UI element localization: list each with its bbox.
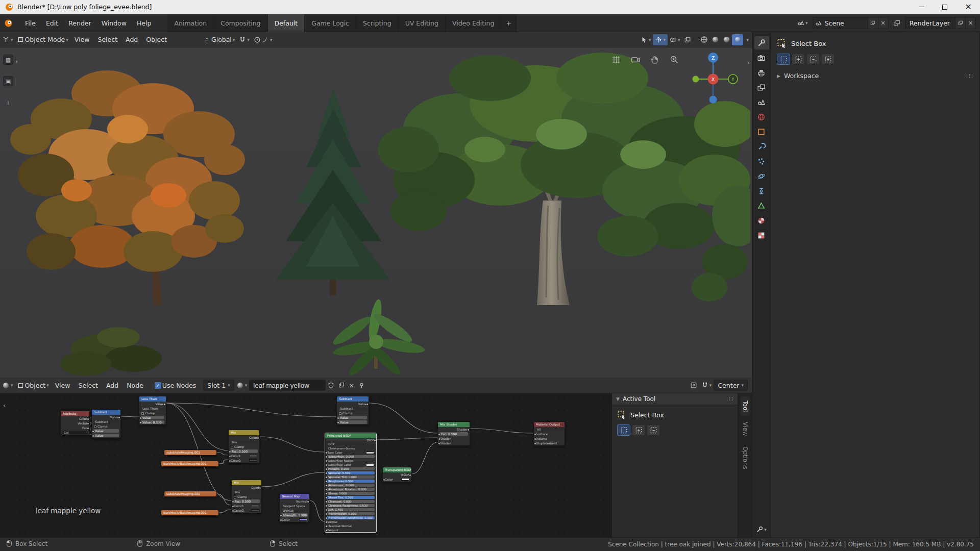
active-tool-item[interactable]: Select Box [617, 410, 732, 419]
menu-node[interactable]: Node [122, 378, 148, 393]
node-row[interactable]: Shader [438, 427, 470, 432]
navigation-gizmo[interactable]: Z X Y [690, 49, 739, 107]
node-row[interactable]: Color2 [232, 508, 261, 513]
node-transparent-bsdf[interactable]: Transparent BSDFBSDFColor [382, 467, 412, 482]
view-layer-selector[interactable]: RenderLayer × [905, 17, 976, 29]
shading-material-button[interactable] [721, 34, 732, 45]
node-row[interactable]: Base Color [325, 450, 376, 455]
menu-object[interactable]: Object [142, 32, 171, 47]
node-row[interactable]: Tangent [325, 528, 376, 532]
panel-drag-dots[interactable] [726, 397, 733, 401]
node-link[interactable] [470, 429, 533, 433]
node-row[interactable]: Shader [438, 436, 470, 441]
node-row[interactable]: Transmission: 0.000 [325, 512, 376, 516]
node-row[interactable]: Value [139, 415, 166, 420]
gizmo-z-neg-axis[interactable] [709, 96, 717, 104]
tab-default[interactable]: Default [268, 14, 305, 32]
scene-name[interactable]: Scene [824, 19, 868, 27]
node-header[interactable]: Normal Map [280, 494, 309, 499]
node-row[interactable]: Specular Tint: 0.000 [325, 475, 376, 479]
overlays-toggle[interactable]: ▾ [668, 34, 682, 45]
node-link[interactable] [166, 403, 336, 417]
node-row[interactable]: Clamp [337, 411, 369, 415]
node-header[interactable]: substrateImaging.001 [164, 491, 216, 496]
menu-render[interactable]: Render [63, 14, 96, 32]
menu-edit[interactable]: Edit [41, 14, 63, 32]
node-link[interactable] [219, 510, 231, 513]
node-header[interactable]: Subtract [92, 410, 120, 415]
workspace-panel-header[interactable]: ▶ Workspace [777, 72, 973, 80]
node-row[interactable]: Col [61, 430, 89, 435]
node-link[interactable] [412, 442, 437, 474]
snap-target-dropdown[interactable]: Center ▾ [714, 380, 748, 391]
camera-view-icon[interactable] [630, 55, 641, 65]
node-row[interactable]: Value [337, 415, 369, 420]
node-tex-substrate-1[interactable]: substrateImaging.001 [164, 449, 217, 456]
properties-tab-scene[interactable] [754, 95, 769, 109]
menu-select[interactable]: Select [74, 378, 102, 393]
node-row[interactable]: Clamp [139, 411, 166, 415]
tab-game-logic[interactable]: Game Logic [305, 14, 356, 32]
node-header[interactable]: Mix [232, 480, 261, 485]
node-row[interactable]: Value [92, 429, 120, 433]
side-tab-options[interactable]: Options [741, 442, 750, 473]
select-set-button[interactable] [617, 424, 630, 436]
node-tex-barkmossy-2[interactable]: BarkMossyBaseImaging.001 [161, 510, 219, 516]
node-canvas[interactable]: ‹ leaf mapple yellow AttributeColorVecto… [0, 393, 611, 537]
scene-copy-button[interactable] [868, 17, 878, 29]
ortho-grid-icon[interactable] [611, 55, 621, 65]
select-visibility-dropdown[interactable]: ▾ [639, 34, 653, 45]
node-row[interactable]: Value [92, 433, 120, 438]
transform-orientation-dropdown[interactable]: Global ▾ [202, 34, 237, 45]
node-header[interactable]: BarkMossyBaseImaging.001 [161, 461, 218, 466]
node-row[interactable]: Color1 [229, 454, 259, 458]
tab-uv-editing[interactable]: UV Editing [399, 14, 446, 32]
node-link[interactable] [262, 472, 325, 487]
node-row[interactable]: Fac: 0.500 [232, 499, 261, 504]
properties-tab-particles[interactable] [754, 155, 769, 168]
tab-animation[interactable]: Animation [167, 14, 214, 32]
node-link[interactable] [217, 453, 228, 455]
properties-tab-texture[interactable] [754, 229, 769, 242]
use-nodes-checkbox[interactable]: ✓ Use Nodes [153, 380, 198, 391]
node-row[interactable]: Value [139, 402, 166, 406]
node-tex-barkmossy-1[interactable]: BarkMossyBaseImaging.001 [161, 461, 219, 467]
node-normal-map[interactable]: Normal MapNormalTangent SpaceUVMapStreng… [279, 493, 310, 522]
sidebar-expand-arrow[interactable]: ‹ [747, 59, 750, 66]
properties-tab-material[interactable] [754, 214, 769, 227]
select-subtract-button[interactable] [647, 424, 660, 436]
menu-view[interactable]: View [70, 32, 94, 47]
fake-user-shield-icon[interactable] [326, 380, 336, 391]
tab-video-editing[interactable]: Video Editing [446, 14, 502, 32]
maximize-button[interactable] [933, 0, 957, 14]
new-material-copy-button[interactable] [336, 380, 347, 391]
node-header[interactable]: BarkMossyBaseImaging.001 [161, 510, 218, 515]
view-layer-copy-button[interactable] [955, 17, 965, 29]
node-row[interactable]: UVMap [280, 508, 309, 513]
node-row[interactable]: Shader [438, 441, 470, 445]
node-row[interactable]: Color [383, 477, 411, 482]
node-row[interactable]: Mix [232, 490, 261, 494]
node-row[interactable]: Less Than [139, 406, 166, 411]
node-row[interactable]: Normal [325, 520, 376, 524]
node-sidebar-expand-arrow[interactable]: ‹ [3, 402, 6, 409]
node-principled-bsdf[interactable]: Principled BSDFBSDFGGXChristensen-Burley… [325, 433, 377, 533]
scene-unlink-button[interactable]: × [878, 17, 888, 29]
editor-corner-widget[interactable]: ▦ [3, 55, 13, 65]
active-tool-panel-header[interactable]: ▼ Active Tool [612, 393, 738, 405]
shading-dropdown[interactable]: ▾ [743, 37, 752, 42]
node-row[interactable]: Fac: 0.500 [229, 449, 259, 454]
auto-render-icon[interactable] [688, 380, 699, 391]
node-row[interactable]: Transmission Roughness: 0.000 [325, 516, 376, 520]
node-row[interactable]: Vector [61, 421, 89, 425]
node-row[interactable]: Clearcoat Roughness: 0.030 [325, 504, 376, 508]
node-link[interactable] [217, 494, 231, 505]
drag-dots-widget[interactable]: ⁞ [3, 97, 13, 108]
properties-tab-view-layer[interactable] [754, 81, 769, 94]
menu-select[interactable]: Select [93, 32, 121, 47]
properties-tab-render[interactable] [754, 51, 769, 64]
select-subtract-button[interactable] [806, 54, 820, 65]
node-row[interactable]: Clamp [92, 424, 120, 429]
node-header[interactable]: Less Than [139, 396, 166, 402]
menu-help[interactable]: Help [132, 14, 157, 32]
